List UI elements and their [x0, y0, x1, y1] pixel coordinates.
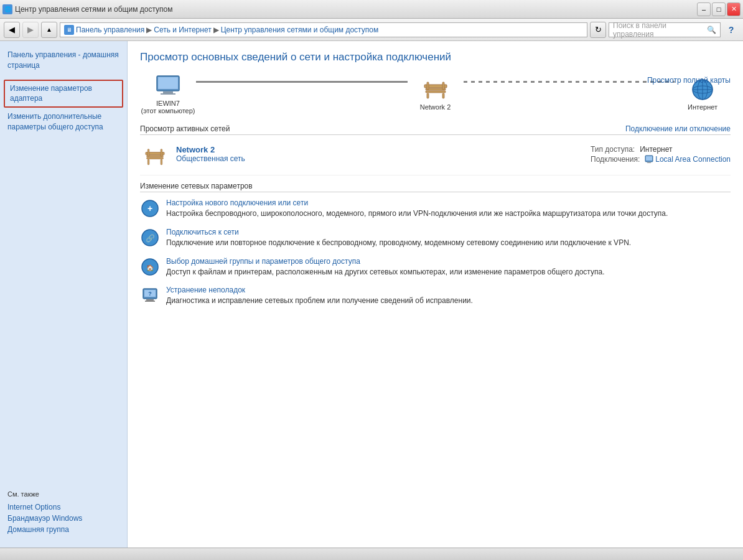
settings-item-content-1: Подключиться к сети Подключение или повт…: [166, 228, 731, 248]
forward-button[interactable]: ▶: [22, 22, 39, 38]
settings-section-title: Изменение сетевых параметров: [140, 182, 731, 192]
sidebar-also-title: См. также: [7, 490, 119, 498]
svg-rect-7: [427, 93, 429, 98]
svg-rect-35: [146, 299, 154, 301]
net-node-network: Network 2: [408, 77, 464, 111]
net-line-1: [196, 81, 408, 83]
connect-disconnect-link[interactable]: Подключение или отключение: [625, 124, 731, 133]
svg-text:+: +: [147, 203, 152, 213]
main-container: Панель управления - домашняя страница Из…: [0, 41, 743, 548]
svg-rect-8: [442, 93, 444, 98]
settings-item-desc-0: Настройка беспроводного, широкополосного…: [166, 208, 731, 219]
network-item-type[interactable]: Общественная сеть: [176, 154, 245, 163]
network-item-name[interactable]: Network 2: [176, 145, 566, 154]
close-button[interactable]: ✕: [727, 2, 741, 16]
settings-item-1: 🔗 Подключиться к сети Подключение или по…: [140, 228, 731, 248]
network-item-info: Network 2 Общественная сеть: [176, 145, 566, 163]
settings-item-0: + Настройка нового подключения или сети …: [140, 198, 731, 219]
connections-label: Подключения:: [591, 155, 640, 164]
svg-rect-10: [442, 82, 444, 90]
help-button[interactable]: ?: [723, 22, 739, 38]
address-path: 🖥 Панель управления ▶ Сеть и Интернет ▶ …: [60, 22, 587, 37]
sidebar-home[interactable]: Панель управления - домашняя страница: [0, 47, 127, 73]
settings-icon-2: 🏠: [140, 257, 160, 277]
svg-rect-2: [163, 91, 173, 93]
title-text: Центр управления сетями и общим доступом: [15, 5, 173, 14]
settings-item-title-1[interactable]: Подключиться к сети: [166, 228, 731, 236]
search-icon: 🔍: [707, 26, 716, 34]
settings-icon-1: 🔗: [140, 228, 160, 248]
settings-section: Изменение сетевых параметров + Настройка…: [140, 182, 731, 306]
minimize-button[interactable]: –: [697, 2, 711, 16]
status-bar: [0, 548, 743, 560]
settings-icon-0: +: [140, 198, 160, 218]
connection-icon: [645, 155, 653, 164]
settings-item-content-0: Настройка нового подключения или сети На…: [166, 198, 731, 219]
title-bar-left: 🌐 Центр управления сетями и общим доступ…: [2, 4, 173, 14]
network-item-icon: [140, 145, 170, 170]
net-line-2: [464, 81, 675, 83]
network-item: Network 2 Общественная сеть Тип доступа:…: [140, 140, 731, 175]
sidebar-internet-options[interactable]: Internet Options: [7, 502, 119, 513]
svg-rect-1: [158, 77, 178, 89]
svg-text:🔗: 🔗: [146, 233, 155, 243]
path-sep-1: ▶: [146, 26, 152, 34]
svg-rect-25: [647, 162, 651, 163]
svg-rect-20: [161, 159, 162, 164]
view-map-link[interactable]: Просмотр полной карты: [647, 76, 731, 85]
svg-rect-21: [147, 149, 149, 157]
up-button[interactable]: ▲: [41, 22, 57, 38]
settings-item-3: ? Устранение неполадок Диагностика и исп…: [140, 286, 731, 306]
sidebar-sharing[interactable]: Изменить дополнительные параметры общего…: [0, 109, 127, 135]
settings-item-2: 🏠 Выбор домашней группы и параметров общ…: [140, 257, 731, 278]
connections-row: Подключения: Local Area Connection: [591, 155, 731, 164]
settings-item-title-0[interactable]: Настройка нового подключения или сети: [166, 198, 731, 207]
address-bar: ◀ ▶ ▲ 🖥 Панель управления ▶ Сеть и Интер…: [0, 19, 743, 41]
page-title: Просмотр основных сведений о сети и наст…: [140, 51, 731, 63]
path-sep-2: ▶: [213, 26, 219, 34]
svg-rect-36: [145, 301, 155, 302]
network-item-details: Тип доступа: Интернет Подключения: Local…: [591, 145, 731, 165]
local-area-connection-link[interactable]: Local Area Connection: [655, 155, 731, 164]
svg-text:🏠: 🏠: [146, 264, 154, 272]
maximize-button[interactable]: □: [712, 2, 726, 16]
svg-rect-3: [161, 93, 175, 95]
sidebar: Панель управления - домашняя страница Из…: [0, 41, 128, 548]
net-label-internet: Интернет: [688, 103, 717, 111]
access-label: Тип доступа:: [591, 145, 635, 154]
svg-rect-19: [147, 159, 149, 164]
settings-item-title-2[interactable]: Выбор домашней группы и параметров общег…: [166, 257, 731, 266]
svg-rect-22: [161, 149, 162, 157]
title-icon: 🌐: [2, 4, 12, 14]
settings-item-title-3[interactable]: Устранение неполадок: [166, 286, 731, 294]
content-area: Просмотр основных сведений о сети и наст…: [128, 41, 743, 548]
path-control-panel[interactable]: Панель управления: [76, 26, 144, 34]
path-icon: 🖥: [64, 25, 74, 35]
back-button[interactable]: ◀: [4, 22, 20, 38]
search-placeholder: Поиск в панели управления: [613, 21, 704, 39]
active-networks-title: Просмотр активных сетей: [140, 124, 230, 133]
settings-item-desc-2: Доступ к файлам и принтерам, расположенн…: [166, 267, 731, 278]
svg-rect-24: [646, 156, 652, 161]
access-row: Тип доступа: Интернет: [591, 145, 731, 154]
path-network-center[interactable]: Центр управления сетями и общим доступом: [221, 26, 379, 34]
search-box: Поиск в панели управления 🔍: [609, 22, 721, 37]
settings-item-desc-1: Подключение или повторное подключение к …: [166, 238, 731, 248]
refresh-button[interactable]: ↻: [590, 22, 606, 38]
sidebar-adapter-settings[interactable]: Изменение параметров адаптера: [4, 80, 123, 108]
net-label-computer: IEWIN7 (этот компьютер): [141, 100, 195, 114]
svg-rect-9: [427, 82, 429, 90]
bench-icon: [421, 77, 451, 102]
sidebar-also-section: См. также Internet Options Брандмауэр Wi…: [0, 484, 127, 541]
window-controls: – □ ✕: [697, 2, 741, 16]
sidebar-firewall[interactable]: Брандмауэр Windows: [7, 513, 119, 524]
settings-item-content-3: Устранение неполадок Диагностика и испра…: [166, 286, 731, 306]
computer-icon: [153, 73, 183, 98]
settings-icon-3: ?: [140, 286, 160, 306]
settings-item-desc-3: Диагностика и исправление сетевых пробле…: [166, 296, 731, 306]
path-network[interactable]: Сеть и Интернет: [154, 26, 211, 34]
network-diagram: IEWIN7 (этот компьютер): [140, 73, 731, 121]
svg-rect-18: [147, 157, 164, 159]
access-value: Интернет: [640, 145, 672, 154]
sidebar-homegroup[interactable]: Домашняя группа: [7, 524, 119, 535]
